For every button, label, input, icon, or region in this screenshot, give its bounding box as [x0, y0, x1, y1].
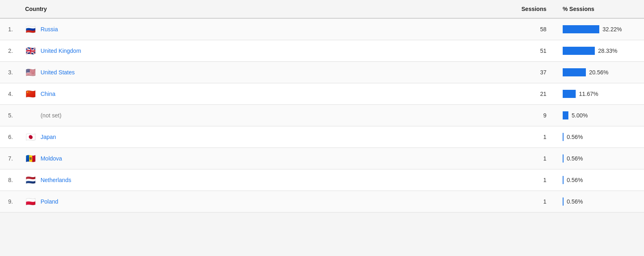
country-name[interactable]: United Kingdom — [41, 48, 81, 54]
table-header-row: Country Sessions % Sessions — [0, 0, 644, 18]
country-name[interactable]: Japan — [41, 134, 56, 140]
table-row: 7.🇲🇩Moldova10.56% — [0, 148, 644, 169]
table-row: 3.🇺🇸United States3720.56% — [0, 62, 644, 83]
pct-value: 5.00% — [572, 112, 588, 119]
sessions-value: 1 — [506, 148, 555, 169]
country-flag: 🇳🇱 — [25, 176, 37, 184]
sessions-bar — [563, 111, 568, 119]
sessions-value: 9 — [506, 105, 555, 126]
sessions-value: 21 — [506, 83, 555, 105]
pct-sessions-cell: 32.22% — [555, 18, 644, 40]
country-name[interactable]: Poland — [41, 198, 59, 205]
country-name[interactable]: United States — [41, 69, 75, 76]
country-flag: 🇬🇧 — [25, 47, 37, 55]
country-cell: 🇲🇩Moldova — [17, 148, 506, 169]
pct-sessions-cell: 11.67% — [555, 83, 644, 105]
pct-sessions-cell: 5.00% — [555, 105, 644, 126]
country-flag: 🇺🇸 — [25, 68, 37, 76]
country-cell: 🇺🇸United States — [17, 62, 506, 83]
sessions-header: Sessions — [506, 0, 555, 18]
pct-value: 32.22% — [603, 26, 622, 33]
pct-sessions-cell: 0.56% — [555, 191, 644, 213]
rank-cell: 8. — [0, 169, 17, 191]
pct-sessions-cell: 0.56% — [555, 126, 644, 148]
pct-value: 0.56% — [567, 177, 583, 183]
sessions-bar — [563, 68, 586, 76]
sessions-value: 1 — [506, 191, 555, 213]
pct-sessions-cell: 0.56% — [555, 148, 644, 169]
country-cell: 🇳🇱Netherlands — [17, 169, 506, 191]
sessions-bar — [563, 176, 564, 184]
country-flag: 🇨🇳 — [25, 90, 37, 98]
table-row: 1.🇷🇺Russia5832.22% — [0, 18, 644, 40]
pct-value: 0.56% — [567, 134, 583, 140]
sessions-value: 58 — [506, 18, 555, 40]
sessions-bar — [563, 133, 564, 141]
country-cell: 🇬🇧United Kingdom — [17, 40, 506, 62]
rank-cell: 3. — [0, 62, 17, 83]
pct-sessions-header: % Sessions — [555, 0, 644, 18]
pct-sessions-cell: 20.56% — [555, 62, 644, 83]
pct-value: 0.56% — [567, 155, 583, 162]
rank-cell: 2. — [0, 40, 17, 62]
country-header: Country — [17, 0, 506, 18]
pct-sessions-cell: 28.33% — [555, 40, 644, 62]
sessions-bar — [563, 47, 595, 55]
rank-header — [0, 0, 17, 18]
country-name[interactable]: Russia — [41, 26, 58, 33]
analytics-table-container: Country Sessions % Sessions 1.🇷🇺Russia58… — [0, 0, 644, 213]
rank-cell: 6. — [0, 126, 17, 148]
pct-value: 20.56% — [589, 69, 608, 76]
country-flag: 🇲🇩 — [25, 154, 37, 163]
country-sessions-table: Country Sessions % Sessions 1.🇷🇺Russia58… — [0, 0, 644, 213]
table-row: 2.🇬🇧United Kingdom5128.33% — [0, 40, 644, 62]
rank-cell: 1. — [0, 18, 17, 40]
pct-value: 28.33% — [598, 48, 617, 54]
rank-cell: 7. — [0, 148, 17, 169]
table-row: 8.🇳🇱Netherlands10.56% — [0, 169, 644, 191]
country-flag: 🇵🇱 — [25, 197, 37, 206]
rank-cell: 5. — [0, 105, 17, 126]
table-row: 9.🇵🇱Poland10.56% — [0, 191, 644, 213]
sessions-bar — [563, 25, 599, 33]
country-cell: 🇨🇳China — [17, 83, 506, 105]
country-flag: 🇷🇺 — [25, 25, 37, 33]
country-flag: 🇯🇵 — [25, 133, 37, 141]
rank-cell: 9. — [0, 191, 17, 213]
country-cell: 🇵🇱Poland — [17, 191, 506, 213]
country-cell: 🇷🇺Russia — [17, 18, 506, 40]
country-name[interactable]: (not set) — [41, 112, 61, 119]
sessions-bar — [563, 154, 564, 163]
sessions-value: 37 — [506, 62, 555, 83]
rank-cell: 4. — [0, 83, 17, 105]
sessions-value: 1 — [506, 169, 555, 191]
sessions-bar — [563, 90, 576, 98]
table-row: 4.🇨🇳China2111.67% — [0, 83, 644, 105]
sessions-value: 1 — [506, 126, 555, 148]
country-name[interactable]: Moldova — [41, 155, 62, 162]
sessions-bar — [563, 197, 564, 206]
country-name[interactable]: China — [41, 91, 56, 97]
sessions-value: 51 — [506, 40, 555, 62]
pct-sessions-cell: 0.56% — [555, 169, 644, 191]
pct-value: 0.56% — [567, 198, 583, 205]
pct-value: 11.67% — [579, 91, 598, 97]
table-row: 6.🇯🇵Japan10.56% — [0, 126, 644, 148]
country-cell: (not set) — [17, 105, 506, 126]
country-cell: 🇯🇵Japan — [17, 126, 506, 148]
table-row: 5.(not set)95.00% — [0, 105, 644, 126]
country-name[interactable]: Netherlands — [41, 177, 72, 183]
